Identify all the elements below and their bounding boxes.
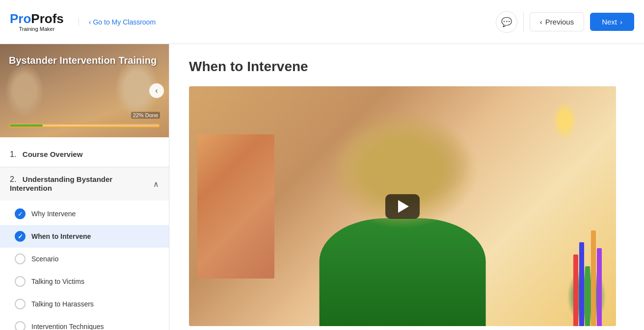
- play-triangle-icon: [398, 200, 409, 213]
- logo-profs: Profs: [31, 12, 63, 26]
- progress-bar-container: 22% Done: [9, 122, 160, 127]
- progress-bar-fill: [10, 125, 43, 127]
- header-right: 💬 ‹ Previous Next ›: [496, 11, 634, 33]
- main-content: When to Intervene: [169, 44, 644, 330]
- page-title: When to Intervene: [189, 59, 624, 75]
- header: Pro Profs Training Maker ‹ Go to My Clas…: [0, 0, 644, 44]
- progress-label: 22% Done: [131, 112, 160, 119]
- sidebar-section-1[interactable]: 1. Course Overview: [0, 142, 169, 167]
- chevron-left-icon: ‹: [89, 18, 91, 26]
- nav-item-why-intervene[interactable]: ✓ Why Intervene: [0, 203, 169, 225]
- nav-item-label: Talking to Harassers: [31, 300, 94, 308]
- logo: Pro Profs Training Maker: [10, 12, 64, 32]
- section-2-number: 2.: [10, 175, 16, 183]
- video-artwork: [197, 134, 274, 279]
- check-icon-empty: [15, 276, 26, 287]
- sidebar-collapse-button[interactable]: ‹: [149, 83, 164, 98]
- course-thumbnail-title: Bystander Intervention Training: [9, 54, 157, 67]
- next-button[interactable]: Next ›: [590, 13, 634, 31]
- go-to-classroom-link[interactable]: ‹ Go to My Classroom: [79, 18, 156, 26]
- section-2-header-text: 2. Understanding Bystander Intervention: [10, 175, 153, 193]
- section-1-number: 1.: [10, 150, 16, 158]
- book5: [597, 248, 602, 326]
- video-outfit: [319, 218, 485, 326]
- chat-icon: 💬: [501, 17, 512, 27]
- chevron-left-icon: ‹: [540, 18, 542, 26]
- next-label: Next: [602, 18, 617, 26]
- nav-item-scenario[interactable]: Scenario: [0, 248, 169, 270]
- previous-label: Previous: [545, 18, 574, 26]
- sidebar: Bystander Intervention Training 22% Done…: [0, 44, 169, 330]
- book1: [573, 254, 578, 327]
- logo-sub: Training Maker: [10, 26, 64, 32]
- check-icon-done: ✓: [15, 231, 26, 242]
- nav-item-when-to-intervene[interactable]: ✓ When to Intervene: [0, 225, 169, 248]
- previous-button[interactable]: ‹ Previous: [530, 12, 584, 31]
- nav-item-label: Scenario: [31, 255, 58, 263]
- section-2-items: ✓ Why Intervene ✓ When to Intervene Scen…: [0, 201, 169, 330]
- check-icon-empty: [15, 321, 26, 330]
- nav-item-talking-to-harassers[interactable]: Talking to Harassers: [0, 293, 169, 315]
- video-player[interactable]: [189, 86, 616, 326]
- logo-pro: Pro: [10, 12, 31, 26]
- nav-item-label: When to Intervene: [31, 232, 91, 240]
- check-icon-done: ✓: [15, 208, 26, 219]
- book2: [579, 242, 584, 326]
- nav-item-intervention-techniques[interactable]: Intervention Techniques: [0, 315, 169, 330]
- chat-icon-button[interactable]: 💬: [496, 11, 517, 33]
- section-1-title: Course Overview: [23, 150, 83, 158]
- check-icon-empty: [15, 254, 26, 264]
- nav-item-label: Intervention Techniques: [31, 323, 104, 330]
- video-books: [573, 206, 608, 327]
- main-layout: Bystander Intervention Training 22% Done…: [0, 44, 644, 330]
- chevron-left-icon: ‹: [155, 86, 158, 95]
- section-2-title: Understanding Bystander Intervention: [10, 175, 112, 192]
- book4: [591, 230, 596, 327]
- header-left: Pro Profs Training Maker ‹ Go to My Clas…: [10, 12, 156, 32]
- divider: [523, 12, 524, 32]
- course-thumbnail: Bystander Intervention Training 22% Done…: [0, 44, 169, 137]
- go-to-classroom-label: Go to My Classroom: [93, 18, 156, 26]
- nav-item-talking-to-victims[interactable]: Talking to Victims: [0, 270, 169, 293]
- check-icon-empty: [15, 299, 26, 309]
- nav-item-label: Talking to Victims: [31, 278, 84, 285]
- video-play-button[interactable]: [385, 194, 420, 219]
- video-lamp: [552, 101, 577, 140]
- chevron-up-icon: ∧: [153, 179, 159, 189]
- chevron-right-icon: ›: [620, 18, 622, 26]
- nav-item-label: Why Intervene: [31, 210, 76, 218]
- sidebar-section-2-header[interactable]: 2. Understanding Bystander Intervention …: [0, 167, 169, 201]
- sidebar-nav: 1. Course Overview 2. Understanding Byst…: [0, 137, 169, 330]
- progress-bar-background: [9, 124, 160, 127]
- book3: [585, 266, 590, 326]
- thumbnail-person1: [5, 64, 44, 118]
